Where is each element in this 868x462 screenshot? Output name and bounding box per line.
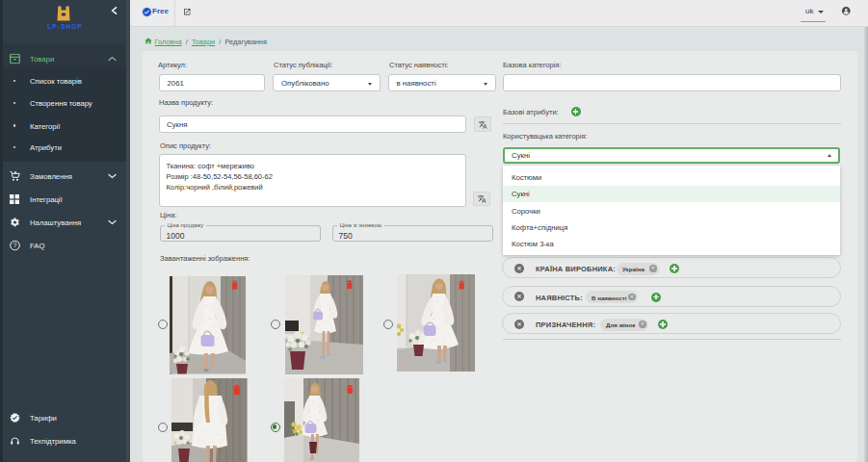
svg-text:?: ?	[13, 242, 17, 248]
